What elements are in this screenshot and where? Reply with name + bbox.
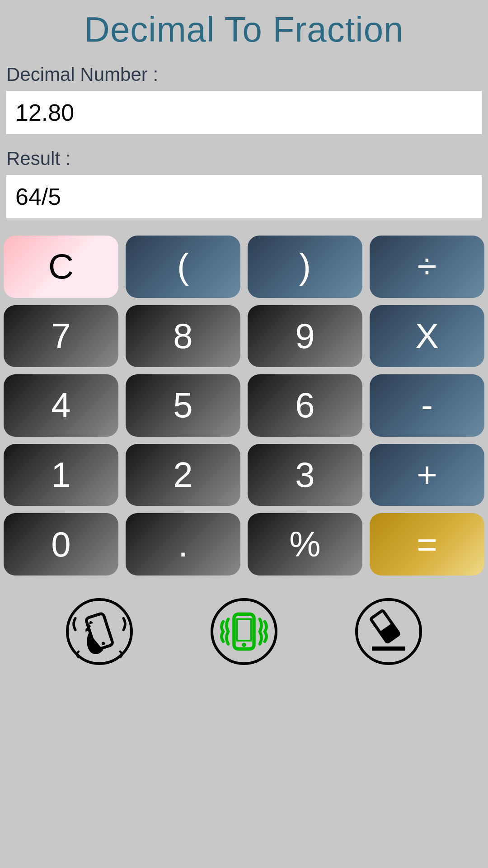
decimal-label: Decimal Number : (6, 64, 482, 85)
three-button[interactable]: 3 (248, 444, 362, 506)
bottom-icon-row (0, 580, 488, 665)
five-button[interactable]: 5 (126, 374, 240, 437)
divide-button[interactable]: ÷ (370, 236, 484, 298)
svg-rect-7 (372, 646, 405, 651)
svg-point-4 (242, 643, 246, 647)
shake-phone-icon (69, 601, 130, 662)
vibrate-phone-icon (213, 601, 275, 662)
erase-button[interactable] (355, 598, 422, 665)
svg-rect-3 (237, 619, 251, 641)
nine-button[interactable]: 9 (248, 305, 362, 368)
clear-button[interactable]: C (4, 236, 118, 298)
four-button[interactable]: 4 (4, 374, 118, 437)
shake-phone-button[interactable] (66, 598, 133, 665)
two-button[interactable]: 2 (126, 444, 240, 506)
svg-point-1 (101, 642, 105, 646)
multiply-button[interactable]: X (370, 305, 484, 368)
dot-button[interactable]: . (126, 513, 240, 576)
one-button[interactable]: 1 (4, 444, 118, 506)
seven-button[interactable]: 7 (4, 305, 118, 368)
close-paren-button[interactable]: ) (248, 236, 362, 298)
six-button[interactable]: 6 (248, 374, 362, 437)
open-paren-button[interactable]: ( (126, 236, 240, 298)
percent-button[interactable]: % (248, 513, 362, 576)
eight-button[interactable]: 8 (126, 305, 240, 368)
zero-button[interactable]: 0 (4, 513, 118, 576)
vibrate-phone-button[interactable] (211, 598, 277, 665)
equals-button[interactable]: = (370, 513, 484, 576)
result-label: Result : (6, 148, 482, 170)
svg-rect-6 (380, 623, 399, 642)
result-input[interactable] (6, 175, 482, 218)
plus-button[interactable]: + (370, 444, 484, 506)
erase-icon (358, 601, 419, 662)
page-title: Decimal To Fraction (0, 0, 488, 64)
keypad: C ( ) ÷ 7 8 9 X 4 5 6 - 1 2 3 + 0 . % = (0, 232, 488, 580)
decimal-input[interactable] (6, 91, 482, 134)
minus-button[interactable]: - (370, 374, 484, 437)
